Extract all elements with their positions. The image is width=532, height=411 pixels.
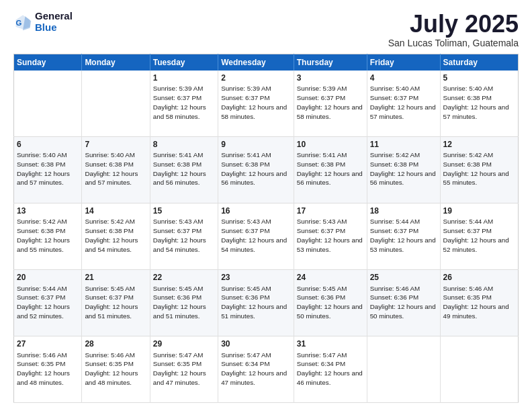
weekday-header-thursday: Thursday [294, 54, 367, 71]
day-info-line: Sunrise: 5:41 AM [221, 150, 291, 160]
day-number: 29 [153, 338, 215, 350]
day-info-line: Daylight: 12 hours and 54 minutes. [221, 236, 291, 254]
day-number: 30 [221, 338, 291, 350]
day-info-line: Sunset: 6:38 PM [370, 160, 437, 169]
calendar-cell: 29Sunrise: 5:47 AMSunset: 6:35 PMDayligh… [150, 336, 218, 402]
calendar-cell: 25Sunrise: 5:46 AMSunset: 6:36 PMDayligh… [367, 269, 440, 336]
calendar-cell: 4Sunrise: 5:40 AMSunset: 6:37 PMDaylight… [367, 71, 440, 136]
day-info-line: Sunrise: 5:40 AM [443, 84, 515, 93]
day-info-line: Daylight: 12 hours and 53 minutes. [370, 236, 437, 254]
day-number: 4 [370, 73, 437, 84]
day-info-line: Sunset: 6:36 PM [153, 293, 215, 302]
calendar-cell: 28Sunrise: 5:46 AMSunset: 6:35 PMDayligh… [82, 336, 150, 402]
day-info-line: Sunset: 6:38 PM [153, 160, 215, 169]
day-info-line: Sunset: 6:38 PM [17, 160, 79, 169]
day-info-line: Daylight: 12 hours and 55 minutes. [443, 169, 515, 187]
weekday-header-saturday: Saturday [440, 54, 518, 71]
calendar-cell: 1Sunrise: 5:39 AMSunset: 6:37 PMDaylight… [150, 71, 218, 136]
day-number: 31 [297, 338, 364, 350]
day-info-line: Daylight: 12 hours and 58 minutes. [221, 103, 291, 121]
day-info-line: Daylight: 12 hours and 49 minutes. [443, 302, 515, 320]
day-info-line: Sunrise: 5:45 AM [153, 284, 215, 293]
day-number: 13 [17, 205, 79, 217]
day-info-line: Sunset: 6:35 PM [85, 359, 146, 369]
day-info-line: Sunrise: 5:39 AM [221, 84, 291, 93]
day-info-line: Sunrise: 5:41 AM [297, 150, 364, 160]
day-number: 6 [17, 139, 79, 150]
day-info-line: Daylight: 12 hours and 57 minutes. [17, 169, 79, 187]
day-number: 5 [443, 73, 515, 84]
day-info-line: Sunset: 6:37 PM [443, 226, 515, 236]
day-info-line: Sunset: 6:35 PM [17, 359, 79, 369]
calendar-cell [82, 71, 150, 136]
day-number: 20 [17, 272, 79, 283]
calendar-cell: 26Sunrise: 5:46 AMSunset: 6:35 PMDayligh… [440, 269, 518, 336]
calendar-cell: 30Sunrise: 5:47 AMSunset: 6:34 PMDayligh… [218, 336, 294, 402]
day-info-line: Sunrise: 5:46 AM [85, 351, 146, 360]
day-number: 18 [370, 205, 437, 217]
day-info-line: Sunrise: 5:43 AM [297, 217, 364, 226]
calendar-cell: 9Sunrise: 5:41 AMSunset: 6:38 PMDaylight… [218, 136, 294, 203]
day-info-line: Daylight: 12 hours and 53 minutes. [297, 236, 364, 254]
calendar-cell: 14Sunrise: 5:42 AMSunset: 6:38 PMDayligh… [82, 203, 150, 269]
day-number: 3 [297, 73, 364, 84]
calendar-cell: 15Sunrise: 5:43 AMSunset: 6:37 PMDayligh… [150, 203, 218, 269]
day-info-line: Sunset: 6:38 PM [297, 160, 364, 169]
calendar-cell: 2Sunrise: 5:39 AMSunset: 6:37 PMDaylight… [218, 71, 294, 136]
day-info-line: Sunrise: 5:47 AM [221, 351, 291, 360]
calendar-week-4: 20Sunrise: 5:44 AMSunset: 6:37 PMDayligh… [14, 269, 519, 336]
day-info-line: Sunrise: 5:44 AM [443, 217, 515, 226]
day-info-line: Sunrise: 5:43 AM [153, 217, 215, 226]
day-info-line: Daylight: 12 hours and 56 minutes. [297, 169, 364, 187]
calendar-cell: 22Sunrise: 5:45 AMSunset: 6:36 PMDayligh… [150, 269, 218, 336]
day-number: 15 [153, 205, 215, 217]
day-number: 14 [85, 205, 146, 217]
day-info-line: Daylight: 12 hours and 52 minutes. [17, 302, 79, 320]
day-info-line: Sunset: 6:37 PM [297, 226, 364, 236]
day-info-line: Sunrise: 5:46 AM [370, 284, 437, 293]
day-info-line: Sunset: 6:34 PM [221, 359, 291, 369]
calendar-week-2: 6Sunrise: 5:40 AMSunset: 6:38 PMDaylight… [14, 136, 519, 203]
day-info-line: Sunrise: 5:44 AM [17, 284, 79, 293]
calendar-cell: 5Sunrise: 5:40 AMSunset: 6:38 PMDaylight… [440, 71, 518, 136]
day-info-line: Sunset: 6:37 PM [297, 93, 364, 103]
day-number: 28 [85, 338, 146, 350]
day-info-line: Daylight: 12 hours and 56 minutes. [221, 169, 291, 187]
day-info-line: Daylight: 12 hours and 57 minutes. [370, 103, 437, 121]
day-info-line: Daylight: 12 hours and 51 minutes. [153, 302, 215, 320]
day-info-line: Daylight: 12 hours and 50 minutes. [297, 302, 364, 320]
day-number: 21 [85, 272, 146, 283]
day-info-line: Sunset: 6:37 PM [370, 93, 437, 103]
day-info-line: Sunset: 6:38 PM [85, 226, 146, 236]
day-info-line: Sunrise: 5:45 AM [85, 284, 146, 293]
day-info-line: Sunrise: 5:43 AM [221, 217, 291, 226]
calendar-cell [14, 71, 82, 136]
day-info-line: Sunset: 6:36 PM [221, 293, 291, 302]
svg-text:G: G [16, 19, 22, 27]
weekday-header-wednesday: Wednesday [218, 54, 294, 71]
day-number: 24 [297, 272, 364, 283]
day-info-line: Daylight: 12 hours and 48 minutes. [85, 369, 146, 387]
calendar-cell [367, 336, 440, 402]
day-info-line: Sunset: 6:38 PM [443, 93, 515, 103]
day-info-line: Sunset: 6:37 PM [370, 226, 437, 236]
day-info-line: Sunrise: 5:47 AM [297, 351, 364, 360]
day-info-line: Sunrise: 5:46 AM [443, 284, 515, 293]
weekday-header-monday: Monday [82, 54, 150, 71]
day-info-line: Sunset: 6:35 PM [153, 359, 215, 369]
day-info-line: Daylight: 12 hours and 55 minutes. [17, 236, 79, 254]
day-info-line: Daylight: 12 hours and 57 minutes. [443, 103, 515, 121]
day-info-line: Sunrise: 5:42 AM [370, 150, 437, 160]
day-info-line: Daylight: 12 hours and 46 minutes. [297, 369, 364, 387]
calendar-cell: 7Sunrise: 5:40 AMSunset: 6:38 PMDaylight… [82, 136, 150, 203]
calendar-cell: 10Sunrise: 5:41 AMSunset: 6:38 PMDayligh… [294, 136, 367, 203]
day-info-line: Daylight: 12 hours and 56 minutes. [153, 169, 215, 187]
logo: G General Blue [13, 11, 73, 33]
calendar-week-1: 1Sunrise: 5:39 AMSunset: 6:37 PMDaylight… [14, 71, 519, 136]
calendar-week-5: 27Sunrise: 5:46 AMSunset: 6:35 PMDayligh… [14, 336, 519, 402]
calendar-table: SundayMondayTuesdayWednesdayThursdayFrid… [13, 54, 519, 403]
day-number: 8 [153, 139, 215, 150]
day-info-line: Sunrise: 5:47 AM [153, 351, 215, 360]
calendar-cell: 3Sunrise: 5:39 AMSunset: 6:37 PMDaylight… [294, 71, 367, 136]
logo-blue: Blue [35, 21, 57, 33]
